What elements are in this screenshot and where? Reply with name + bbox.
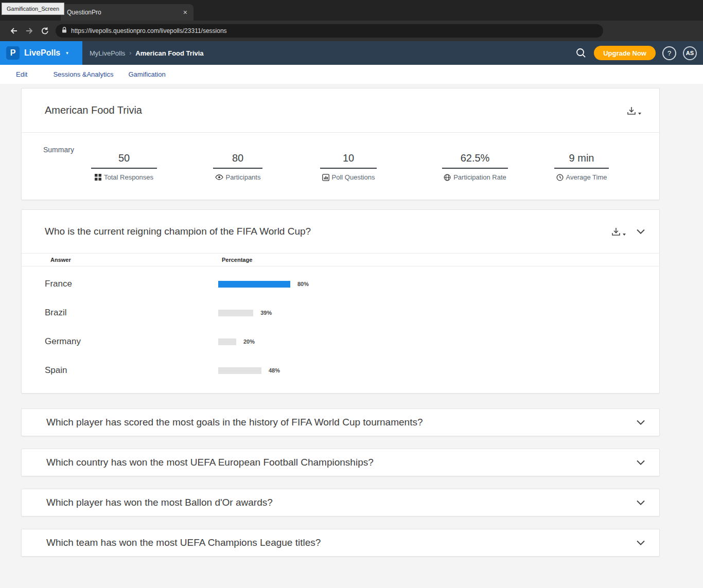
download-button[interactable] — [626, 106, 642, 115]
responses-icon — [95, 174, 101, 181]
brand-menu[interactable]: P LivePolls ▾ — [0, 41, 82, 65]
questionpro-logo-icon: P — [6, 46, 20, 60]
percentage-label: 20% — [243, 338, 255, 345]
expanded-question-card: Who is the current reigning champion of … — [21, 209, 660, 394]
summary-stat: 50Total Responses — [91, 152, 157, 181]
app-header: P LivePolls ▾ MyLivePolls › American Foo… — [0, 41, 703, 65]
percentage-label: 48% — [269, 367, 280, 373]
breadcrumb-current: American Food Trivia — [135, 49, 203, 57]
help-button[interactable]: ? — [662, 46, 676, 60]
chevron-down-icon[interactable] — [637, 500, 645, 505]
collapsed-question-card[interactable]: Which player has scored the most goals i… — [21, 408, 660, 436]
chevron-down-icon[interactable] — [637, 420, 645, 425]
browser-toolbar: https://livepolls.questionpro.com/livepo… — [0, 21, 703, 41]
stat-label: Poll Questions — [320, 173, 377, 181]
question-title: Which team has won the most UEFA Champio… — [46, 537, 321, 548]
question-title: Who is the current reigning champion of … — [45, 226, 311, 237]
page-title: American Food Trivia — [45, 104, 142, 116]
summary-label: Summary — [43, 146, 74, 154]
download-caret-icon — [622, 233, 626, 236]
browser-tabstrip: QuestionPro × — [0, 0, 703, 21]
question-title: Which player has won the most Ballon d'O… — [46, 497, 273, 508]
stat-value: 50 — [91, 152, 157, 169]
download-button[interactable] — [611, 227, 626, 236]
collapsed-question-card[interactable]: Which country has won the most UEFA Euro… — [21, 449, 660, 476]
stat-value: 9 min — [554, 152, 609, 169]
summary-stat: 10Poll Questions — [320, 152, 377, 181]
avatar[interactable]: AS — [683, 46, 697, 60]
main-content: American Food Trivia Summary 50Total Res… — [0, 84, 703, 557]
question-title: Which player has scored the most goals i… — [46, 417, 423, 428]
breadcrumb-separator: › — [129, 49, 131, 57]
stat-label: Average Time — [554, 173, 609, 181]
column-header-answer: Answer — [50, 257, 222, 263]
globe-icon — [444, 174, 451, 181]
tab-edit[interactable]: Edit — [16, 70, 27, 78]
percentage-label: 80% — [297, 281, 309, 287]
summary-section: Summary 50Total Responses80Participants1… — [22, 133, 659, 200]
answer-bar — [218, 281, 290, 288]
stat-label: Participants — [213, 173, 262, 181]
table-row: Germany20% — [22, 327, 659, 356]
header-actions: Upgrade Now ? AS — [575, 46, 703, 60]
answers-table-header: Answer Percentage — [22, 253, 659, 266]
table-row: Spain48% — [22, 356, 659, 385]
column-header-percentage: Percentage — [222, 257, 252, 263]
answer-label: France — [45, 279, 218, 289]
answers-table-body: France80%Brazil39%Germany20%Spain48% — [22, 266, 659, 393]
url-text: https://livepolls.questionpro.com/livepo… — [71, 27, 227, 34]
stat-value: 80 — [213, 152, 262, 169]
summary-card-header: American Food Trivia — [22, 88, 659, 133]
answer-label: Brazil — [45, 308, 218, 318]
question-actions — [611, 227, 645, 236]
back-icon[interactable] — [6, 23, 22, 39]
bar-wrap: 48% — [218, 367, 280, 374]
chevron-down-icon[interactable] — [637, 540, 645, 545]
stat-value: 10 — [320, 152, 377, 169]
bar-wrap: 39% — [218, 310, 272, 316]
table-row: Brazil39% — [22, 298, 659, 327]
tab-sessions-analytics[interactable]: Sessions &Analytics — [53, 70, 113, 78]
answer-bar — [218, 338, 236, 345]
chevron-down-icon[interactable] — [637, 460, 645, 465]
question-card-header[interactable]: Who is the current reigning champion of … — [22, 210, 659, 253]
chevron-down-icon: ▾ — [66, 50, 68, 56]
poll-questions-icon — [322, 174, 329, 181]
summary-stat: 62.5%Participation Rate — [442, 152, 508, 181]
answer-label: Germany — [45, 336, 218, 347]
download-caret-icon — [638, 112, 642, 115]
subnav-tabs: EditSessions &AnalyticsGamification — [0, 65, 703, 84]
collapsed-questions: Which player has scored the most goals i… — [21, 408, 682, 557]
breadcrumb-root[interactable]: MyLivePolls — [90, 49, 125, 57]
breadcrumb: MyLivePolls › American Food Trivia — [90, 49, 204, 57]
summary-stat: 80Participants — [213, 152, 262, 181]
browser-tab[interactable]: QuestionPro × — [61, 4, 194, 21]
summary-card: American Food Trivia Summary 50Total Res… — [21, 88, 660, 200]
url-bar[interactable]: https://livepolls.questionpro.com/livepo… — [56, 24, 603, 38]
reload-icon[interactable] — [37, 23, 52, 39]
answer-label: Spain — [45, 365, 218, 376]
collapsed-question-card[interactable]: Which team has won the most UEFA Champio… — [21, 529, 660, 557]
clock-icon — [556, 174, 564, 181]
stat-label: Participation Rate — [442, 173, 508, 181]
collapsed-question-card[interactable]: Which player has won the most Ballon d'O… — [21, 489, 660, 516]
stat-value: 62.5% — [442, 152, 508, 169]
percentage-label: 39% — [260, 310, 272, 316]
forward-icon[interactable] — [22, 23, 37, 39]
answer-bar — [218, 310, 253, 316]
tab-gamification[interactable]: Gamification — [128, 70, 165, 78]
bar-wrap: 80% — [218, 281, 309, 288]
table-row: France80% — [22, 270, 659, 298]
eye-icon — [215, 174, 223, 180]
answer-bar — [218, 367, 261, 374]
summary-stat: 9 minAverage Time — [554, 152, 609, 181]
bar-wrap: 20% — [218, 338, 255, 345]
tab-title: QuestionPro — [67, 9, 101, 16]
chevron-down-icon[interactable] — [637, 229, 645, 234]
stat-label: Total Responses — [91, 173, 157, 181]
question-title: Which country has won the most UEFA Euro… — [46, 457, 374, 468]
tab-close-icon[interactable]: × — [183, 8, 187, 16]
brand-name: LivePolls — [24, 48, 60, 58]
upgrade-now-button[interactable]: Upgrade Now — [594, 46, 656, 60]
search-icon[interactable] — [575, 47, 587, 59]
